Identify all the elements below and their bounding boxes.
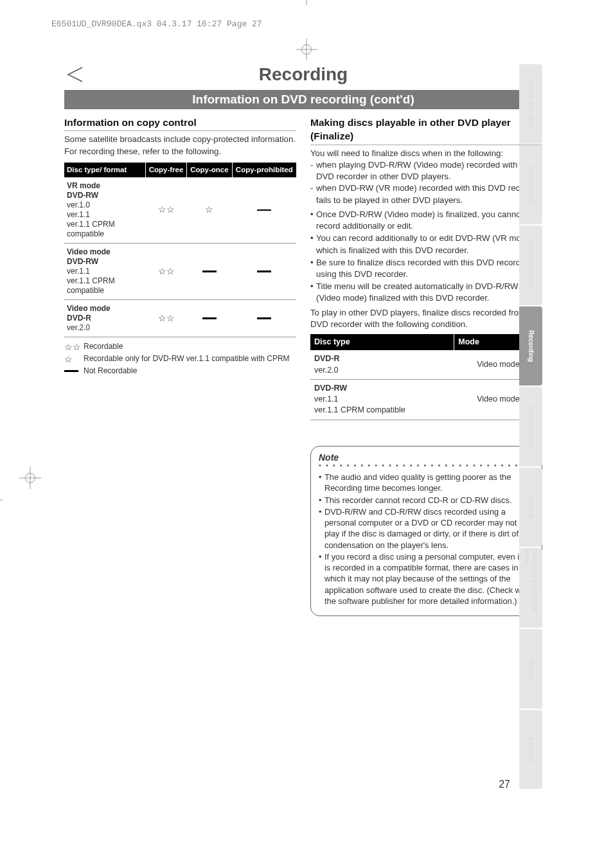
left-intro: Some satellite broadcasts include copy-p… xyxy=(64,134,296,157)
page-title: Recording xyxy=(90,64,517,85)
legend-sym-rec2: ☆☆ xyxy=(64,341,84,353)
page-number: 27 xyxy=(499,779,510,790)
side-tab[interactable]: Connections xyxy=(519,145,542,225)
cell-copy-once xyxy=(187,244,232,300)
side-tab[interactable]: Changing the SETUP menu xyxy=(519,548,542,628)
row-label: Video modeDVD-RWver.1.1ver.1.1 CPRM comp… xyxy=(64,244,145,300)
cell-disc-type: DVD-Rver.2.0 xyxy=(310,350,454,379)
registration-mark-right xyxy=(0,489,3,511)
registration-mark-left xyxy=(19,467,41,489)
th-copy-prohibited: Copy-prohibited xyxy=(232,163,296,177)
cell-copy-once: ☆ xyxy=(187,177,232,244)
table-row: Video modeDVD-RWver.1.1ver.1.1 CPRM comp… xyxy=(64,244,296,300)
page-title-row: Recording xyxy=(64,64,542,85)
th-copy-free: Copy-free xyxy=(145,163,186,177)
cell-copy-prohibited xyxy=(232,300,296,337)
registration-mark-bottom xyxy=(296,0,317,5)
right-after-text: To play in other DVD players, finalize d… xyxy=(310,307,542,330)
legend: ☆☆ Recordable ☆ Recordable only for DVD-… xyxy=(64,341,296,376)
list-item: • Once DVD-R/RW (Video mode) is finalize… xyxy=(310,209,542,232)
side-tab[interactable]: Recording xyxy=(519,306,542,386)
cell-disc-type: DVD-RWver.1.1ver.1.1 CPRM compatible xyxy=(310,379,454,420)
list-item: • Be sure to finalize discs recorded wit… xyxy=(310,257,542,280)
list-item: • The audio and video quality is getting… xyxy=(319,472,534,494)
cell-copy-once xyxy=(187,300,232,337)
note-title: Note xyxy=(319,452,339,463)
mode-table: Disc type Mode DVD-Rver.2.0Video modeDVD… xyxy=(310,334,542,420)
side-tabs: Before you startConnectionsGetting start… xyxy=(519,64,542,790)
legend-text-rec2: Recordable xyxy=(84,341,123,353)
list-item: • You can record additionally to or edit… xyxy=(310,233,542,256)
legend-sym-not xyxy=(64,366,84,376)
list-item: - when playing DVD-R/RW (Video mode) rec… xyxy=(310,159,542,182)
side-tab[interactable]: Others xyxy=(519,629,542,709)
note-items: • The audio and video quality is getting… xyxy=(319,472,534,607)
side-tab[interactable]: Before you start xyxy=(519,64,542,144)
list-item: • If you record a disc using a personal … xyxy=(319,551,534,607)
cell-copy-free: ☆☆ xyxy=(145,177,186,244)
right-column: Making discs playable in other DVD playe… xyxy=(310,114,542,616)
note-dotline: • • • • • • • • • • • • • • • • • • • • … xyxy=(319,463,534,468)
cell-copy-free: ☆☆ xyxy=(145,244,186,300)
row-label: Video modeDVD-Rver.2.0 xyxy=(64,300,145,337)
list-item: • Title menu will be created automatical… xyxy=(310,281,542,304)
section-bar: Information on DVD recording (cont'd) xyxy=(64,90,542,109)
th-disc-type: Disc type/ format xyxy=(64,163,145,177)
left-heading: Information on copy control xyxy=(64,116,296,131)
legend-sym-rec1: ☆ xyxy=(64,353,84,366)
legend-text-rec1: Recordable only for DVD-RW ver.1.1 compa… xyxy=(84,353,290,366)
print-header: E6501UD_DVR90DEA.qx3 04.3.17 16:27 Page … xyxy=(51,19,262,29)
table-row: VR modeDVD-RWver.1.0ver.1.1ver.1.1 CPRM … xyxy=(64,177,296,244)
right-intro: You will need to finalize discs when in … xyxy=(310,148,542,159)
cell-copy-prohibited xyxy=(232,244,296,300)
side-tab[interactable]: Playing discs xyxy=(519,387,542,466)
cell-copy-prohibited xyxy=(232,177,296,244)
table-row: DVD-RWver.1.1ver.1.1 CPRM compatibleVide… xyxy=(310,379,542,420)
right-heading: Making discs playable in other DVD playe… xyxy=(310,116,542,145)
side-tab[interactable]: Español xyxy=(519,710,542,790)
bullets-list: • Once DVD-R/RW (Video mode) is finalize… xyxy=(310,209,542,305)
list-item: - when DVD-RW (VR mode) recorded with th… xyxy=(310,182,542,206)
list-item: • DVD-R/RW and CD-R/RW discs recorded us… xyxy=(319,506,534,551)
left-column: Information on copy control Some satelli… xyxy=(64,114,296,616)
table-row: DVD-Rver.2.0Video mode xyxy=(310,350,542,379)
side-tab[interactable]: Editing xyxy=(519,468,542,547)
table-row: Video modeDVD-Rver.2.0☆☆ xyxy=(64,300,296,337)
side-tab[interactable]: Getting started xyxy=(519,226,542,305)
registration-mark-top xyxy=(296,39,317,60)
legend-text-not: Not Recordable xyxy=(84,366,137,376)
page-content: Recording Information on DVD recording (… xyxy=(64,64,542,790)
note-box: Note • • • • • • • • • • • • • • • • • •… xyxy=(310,446,542,617)
copy-control-table: Disc type/ format Copy-free Copy-once Co… xyxy=(64,163,296,337)
list-item: • This recorder cannot record CD-R or CD… xyxy=(319,495,534,506)
bracket-left-icon xyxy=(64,66,84,83)
th-disc-type2: Disc type xyxy=(310,334,454,350)
cell-copy-free: ☆☆ xyxy=(145,300,186,337)
row-label: VR modeDVD-RWver.1.0ver.1.1ver.1.1 CPRM … xyxy=(64,177,145,244)
th-copy-once: Copy-once xyxy=(187,163,232,177)
dashed-list: - when playing DVD-R/RW (Video mode) rec… xyxy=(310,159,542,206)
